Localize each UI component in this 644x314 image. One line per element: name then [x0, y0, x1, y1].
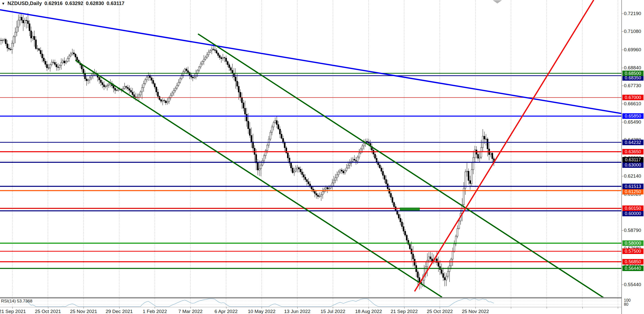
date-tick: [226, 307, 226, 308]
red-ascending-trendline[interactable]: [415, 0, 594, 291]
candle-down: [126, 86, 127, 87]
candle-up: [349, 163, 350, 165]
candle-down: [257, 163, 258, 170]
candle-down: [354, 159, 355, 161]
candle-down: [379, 165, 380, 168]
price-tick-mark: [622, 50, 623, 50]
candle-down: [225, 58, 227, 62]
candle-down: [159, 96, 160, 100]
candle-up: [347, 165, 349, 168]
candle-down: [186, 69, 187, 71]
candle-down: [7, 44, 8, 48]
candle-up: [145, 80, 146, 84]
candle-down: [154, 84, 155, 87]
trading-chart-window: ▼ NZDUSD,Daily 0.62916 0.63292 0.62830 0…: [0, 0, 644, 314]
candle-down: [102, 83, 103, 85]
candle-down: [382, 171, 384, 175]
candle-down: [406, 235, 407, 240]
price-level-badge: 0.64232: [622, 140, 643, 145]
candle-up: [89, 78, 90, 80]
price-tick-mark: [622, 104, 623, 104]
candle-down: [35, 40, 36, 49]
candle-down: [152, 80, 154, 84]
price-level-badge: 0.68500: [622, 71, 643, 76]
candle-up: [479, 157, 480, 159]
candle-up: [105, 86, 106, 87]
candle-down: [45, 61, 46, 65]
candle-down: [114, 88, 116, 90]
price-tick-mark: [622, 285, 623, 285]
candle-down: [444, 278, 445, 280]
candle-up: [352, 159, 353, 161]
date-label: 25 Nov 2021: [70, 309, 97, 314]
candle-down: [103, 85, 105, 87]
candle-down: [305, 177, 306, 180]
candle-down: [252, 142, 254, 148]
candle-down: [240, 92, 241, 97]
main-chart-area[interactable]: [0, 0, 622, 298]
ohlc-low: 0.62830: [86, 1, 104, 6]
time-axis[interactable]: 21 Sep 202125 Oct 202125 Nov 202129 Dec …: [0, 307, 622, 314]
symbol-dropdown-icon[interactable]: ▼: [2, 2, 5, 6]
candle-up: [51, 62, 52, 65]
price-tick-mark: [622, 176, 623, 176]
candle-down: [256, 154, 257, 163]
candle-up: [274, 121, 276, 123]
price-tick-mark: [622, 14, 623, 14]
rsi-indicator-label: RSI(14) 53.7368: [1, 299, 32, 304]
candle-down: [236, 81, 238, 86]
price-level-badge: 0.57500: [622, 248, 643, 254]
symbol-timeframe-label: NZDUSD,Daily: [8, 1, 42, 6]
candle-down: [113, 86, 114, 88]
candle-down: [279, 129, 280, 134]
candle-up: [222, 58, 223, 59]
candle-up: [37, 49, 38, 49]
date-tick: [547, 307, 547, 308]
candle-up: [262, 161, 263, 165]
price-level-badge: 0.60150: [622, 205, 643, 211]
candle-up: [263, 156, 265, 161]
candle-up: [70, 54, 71, 56]
candle-down: [216, 50, 217, 53]
candle-down: [27, 21, 29, 24]
candle-down: [5, 39, 6, 44]
candle-down: [438, 263, 439, 266]
candle-down: [477, 154, 479, 158]
candle-down: [218, 53, 219, 56]
date-label: 1 Feb 2022: [143, 309, 167, 314]
candle-down: [390, 193, 391, 197]
candle-up: [346, 168, 347, 171]
candle-down: [412, 254, 414, 259]
candle-down: [214, 50, 216, 50]
candle-up: [24, 20, 25, 23]
date-label: 25 Nov 2022: [462, 309, 489, 314]
price-level-badge: 0.56440: [622, 266, 643, 271]
candle-up: [211, 49, 212, 50]
candle-down: [43, 58, 45, 61]
candle-down: [34, 36, 35, 40]
candle-down: [487, 139, 488, 149]
candle-down: [160, 99, 162, 101]
horizontal-levels-layer[interactable]: [0, 73, 622, 269]
down-arrow-marker[interactable]: [493, 0, 502, 4]
candle-down: [343, 171, 344, 173]
date-tick: [333, 307, 333, 308]
blue-descending-trendline[interactable]: [0, 10, 622, 114]
candle-up: [333, 180, 334, 183]
panel-separator[interactable]: [0, 297, 622, 298]
trendlines-layer[interactable]: [0, 0, 622, 298]
price-axis[interactable]: 0.721900.710800.699600.688400.677300.666…: [621, 0, 644, 314]
candle-up: [198, 67, 200, 70]
candle-up: [208, 52, 209, 55]
candle-down: [221, 58, 222, 59]
candle-up: [363, 143, 365, 146]
candle-up: [271, 127, 273, 132]
candle-up: [141, 88, 143, 92]
candle-down: [233, 73, 235, 77]
candle-up: [360, 149, 361, 153]
candle-down: [376, 158, 377, 162]
candle-up: [200, 64, 201, 67]
rsi-indicator-panel[interactable]: [0, 298, 622, 307]
support-zone-segment[interactable]: [400, 208, 420, 211]
candle-up: [140, 92, 141, 95]
